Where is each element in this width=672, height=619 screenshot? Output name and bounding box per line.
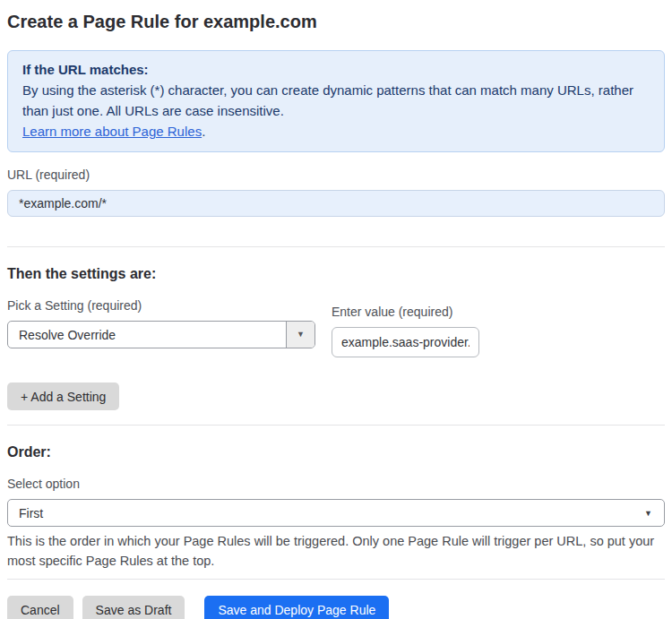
- value-field-label: Enter value (required): [332, 305, 479, 320]
- footer-button-row: Cancel Save as Draft Save and Deploy Pag…: [7, 596, 665, 619]
- order-select-value: First: [19, 506, 43, 520]
- page-title: Create a Page Rule for example.com: [7, 10, 665, 33]
- order-select[interactable]: First ▼: [7, 499, 665, 527]
- order-section-heading: Order:: [7, 443, 665, 461]
- page-rule-form: Create a Page Rule for example.com If th…: [0, 10, 672, 619]
- chevron-down-icon: ▼: [297, 331, 305, 339]
- cancel-button[interactable]: Cancel: [7, 596, 73, 619]
- save-and-deploy-button[interactable]: Save and Deploy Page Rule: [204, 596, 389, 619]
- setting-select-arrow-button[interactable]: ▼: [286, 322, 314, 348]
- info-box-body: By using the asterisk (*) character, you…: [22, 80, 650, 121]
- url-input[interactable]: [7, 190, 665, 217]
- chevron-down-icon: ▼: [644, 509, 652, 517]
- setting-value-input[interactable]: [332, 327, 479, 357]
- setting-value-column: Enter value (required): [332, 283, 479, 357]
- divider: [7, 579, 665, 580]
- link-period: .: [202, 124, 205, 139]
- url-match-info-box: If the URL matches: By using the asteris…: [7, 50, 665, 152]
- divider: [7, 246, 665, 247]
- save-as-draft-button[interactable]: Save as Draft: [82, 596, 185, 619]
- learn-more-link[interactable]: Learn more about Page Rules: [22, 124, 202, 139]
- setting-select-label: Pick a Setting (required): [7, 298, 315, 314]
- url-field-label: URL (required): [7, 168, 665, 183]
- info-box-link-line: Learn more about Page Rules.: [22, 121, 650, 142]
- order-help-text: This is the order in which your Page Rul…: [7, 531, 665, 571]
- setting-picker-column: Pick a Setting (required) Resolve Overri…: [7, 283, 315, 357]
- setting-select[interactable]: Resolve Override ▼: [7, 321, 315, 348]
- setting-select-value: Resolve Override: [8, 322, 286, 348]
- add-setting-button[interactable]: + Add a Setting: [7, 383, 119, 410]
- settings-section-heading: Then the settings are:: [7, 265, 665, 283]
- settings-row: Pick a Setting (required) Resolve Overri…: [7, 283, 665, 357]
- divider: [7, 425, 665, 426]
- info-box-heading: If the URL matches:: [22, 59, 650, 80]
- order-select-label: Select option: [7, 477, 665, 492]
